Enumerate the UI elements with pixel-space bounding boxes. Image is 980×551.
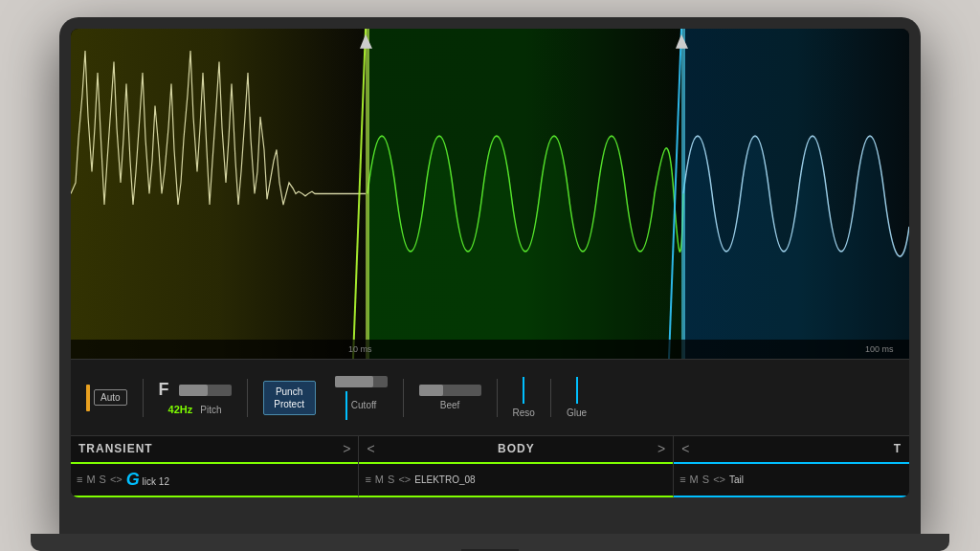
punch-protect-group: PunchProtect bbox=[256, 381, 323, 415]
svg-marker-4 bbox=[360, 34, 372, 49]
sep3 bbox=[403, 379, 404, 417]
tail-header: < T bbox=[674, 436, 909, 464]
ruler-mark-100ms: 100 ms bbox=[865, 344, 894, 354]
body-s[interactable]: S bbox=[388, 474, 394, 485]
controls-bar: Auto F 42Hz Pitch bbox=[71, 359, 909, 435]
transient-s[interactable]: S bbox=[100, 474, 106, 485]
sep1 bbox=[143, 379, 144, 417]
svg-marker-5 bbox=[676, 34, 688, 49]
body-m[interactable]: M bbox=[375, 474, 384, 485]
tail-section: < T ≡ M S <> Tail bbox=[674, 436, 909, 497]
laptop-base bbox=[31, 534, 949, 551]
tail-prev[interactable]: < bbox=[681, 441, 689, 456]
cutoff-slider[interactable] bbox=[335, 376, 388, 387]
sep5 bbox=[550, 379, 551, 417]
cutoff-label: Cutoff bbox=[351, 400, 377, 410]
reso-line bbox=[523, 377, 524, 404]
transient-title: TRANSIENT bbox=[78, 442, 153, 455]
body-prev[interactable]: < bbox=[367, 441, 374, 456]
plugin-ui: 10 ms 100 ms Auto F bbox=[71, 29, 909, 497]
cutoff-group: Cutoff bbox=[327, 376, 395, 420]
pitch-value: 42Hz bbox=[168, 404, 193, 415]
body-next[interactable]: > bbox=[657, 441, 665, 456]
punch-protect-button[interactable]: PunchProtect bbox=[263, 381, 316, 415]
body-footer: ≡ M S <> ELEKTRO_08 bbox=[359, 464, 673, 496]
sep4 bbox=[497, 379, 498, 417]
transient-arrows[interactable]: <> bbox=[110, 474, 122, 485]
pitch-label: Pitch bbox=[200, 405, 221, 415]
tail-footer: ≡ M S <> Tail bbox=[674, 464, 909, 496]
beef-slider[interactable] bbox=[419, 385, 481, 396]
transient-header: TRANSIENT > bbox=[71, 436, 358, 464]
sep2 bbox=[247, 379, 248, 417]
timeline-ruler: 10 ms 100 ms bbox=[71, 340, 909, 359]
beef-group: Beef bbox=[412, 385, 489, 410]
transient-m[interactable]: M bbox=[86, 474, 95, 485]
transient-section: TRANSIENT > ≡ M S <> G lick 12 bbox=[71, 436, 359, 497]
transient-next[interactable]: > bbox=[343, 441, 350, 456]
reso-label: Reso bbox=[513, 408, 535, 418]
glue-group: Glue bbox=[559, 377, 594, 418]
sections-bar: TRANSIENT > ≡ M S <> G lick 12 bbox=[71, 435, 909, 497]
auto-group: Auto bbox=[78, 385, 135, 411]
orange-indicator bbox=[86, 385, 90, 411]
glue-label: Glue bbox=[567, 408, 587, 418]
glue-line bbox=[576, 377, 578, 404]
reso-group: Reso bbox=[505, 377, 543, 418]
auto-button[interactable]: Auto bbox=[94, 389, 127, 406]
transient-footer: ≡ M S <> G lick 12 bbox=[71, 464, 358, 496]
body-preset: ELEKTRO_08 bbox=[414, 474, 475, 485]
body-section: < BODY > ≡ M S <> ELEKTRO_08 bbox=[359, 436, 674, 497]
beef-label: Beef bbox=[440, 400, 460, 410]
tail-s[interactable]: S bbox=[702, 474, 709, 485]
body-header: < BODY > bbox=[359, 436, 673, 464]
waveform-svg bbox=[71, 29, 909, 359]
cutoff-line bbox=[345, 391, 347, 420]
pitch-slider[interactable] bbox=[179, 385, 232, 396]
transient-preset: G lick 12 bbox=[126, 470, 169, 490]
tail-title: T bbox=[894, 442, 902, 455]
body-menu-icon[interactable]: ≡ bbox=[365, 474, 370, 485]
waveform-display: 10 ms 100 ms bbox=[71, 29, 909, 359]
laptop-screen: 10 ms 100 ms Auto F bbox=[71, 29, 909, 497]
body-arrows[interactable]: <> bbox=[398, 474, 411, 485]
tail-arrows[interactable]: <> bbox=[713, 474, 725, 485]
tail-preset: Tail bbox=[729, 474, 744, 485]
ruler-mark-10ms: 10 ms bbox=[348, 344, 372, 354]
laptop-frame: 10 ms 100 ms Auto F bbox=[59, 17, 921, 534]
transient-menu-icon[interactable]: ≡ bbox=[77, 474, 82, 485]
pitch-group: F 42Hz Pitch bbox=[151, 380, 239, 415]
f-label: F bbox=[159, 380, 169, 400]
tail-m[interactable]: M bbox=[690, 474, 699, 485]
tail-menu-icon[interactable]: ≡ bbox=[679, 474, 685, 485]
body-title: BODY bbox=[498, 442, 535, 455]
